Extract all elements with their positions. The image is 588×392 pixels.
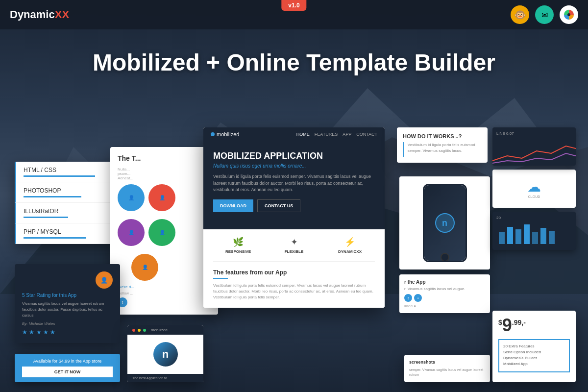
features-underline [213,278,228,279]
svg-rect-5 [499,232,505,244]
price-feature-2: Send Option Included [503,350,565,354]
price-features: 20 Extra Features Send Option Included D… [498,339,570,372]
price-dollar: $ [498,318,502,326]
svg-rect-9 [532,232,538,244]
skill-bar-php [24,237,86,239]
price-feature-1: 20 Extra Features [503,344,565,348]
graph-card-3: 20 [492,212,576,250]
price-amount: 9 [502,317,512,334]
app-title: MOBILIZED APPLICATION [213,151,375,161]
skill-item-illustrator: ILLUstRatOR [15,203,120,223]
main-heading-container: Mobilized + Online Template Builder [0,49,588,76]
app-nav: mobilized HOME FEATURES APP CONTACT [203,127,385,141]
svg-point-4 [567,13,570,16]
team-link[interactable]: We're d... [118,285,211,289]
features-row: 🌿 RESPONSIVE ✦ FLEXIBLE ⚡ DYNAMICXX [213,237,375,262]
main-app-card: mobilized HOME FEATURES APP CONTACT MOBI… [203,127,385,308]
preview-footer: The best Application fo... [127,374,203,382]
team-follow: Follow ... [118,291,211,295]
svg-rect-11 [549,231,555,244]
avatar-3: 👤 [118,219,145,246]
cta-text: Available for $4.99 in the App store [22,359,113,364]
flexible-icon: ✦ [269,237,319,247]
phone-mockup: n [423,184,467,262]
avatar-2: 👤 [148,184,175,211]
dot-yellow [138,329,141,332]
flexible-label: FLEXIBLE [269,249,319,254]
preview-content: n [127,335,203,374]
logo: DynamicXX [10,8,69,21]
app-n-logo: n [153,342,178,367]
line-chart-1 [492,141,576,166]
nav-app[interactable]: APP [343,132,351,137]
app-for-title: r the App [404,279,485,285]
team-avatars: 👤 👤 👤 👤 👤 [118,184,211,281]
team-title: The T... [118,154,211,162]
svg-rect-10 [540,228,546,244]
nav-contact[interactable]: CONTACT [356,132,377,137]
dot-red [132,329,135,332]
graph-card-1: LINE 0.07 [492,127,576,166]
avatar-5: 👤 [131,254,158,281]
skill-bar-html [24,175,95,177]
app-description: Vestibulum id ligula porta felis euismod… [213,173,375,194]
mail-icon[interactable]: ✉ [535,5,554,24]
phone-home-button [441,253,449,262]
rating-text: 5 Star Rating for this App [22,293,113,298]
feature-responsive: 🌿 RESPONSIVE [213,237,263,254]
app-buttons: DOWNLOAD CONTACT US [213,199,375,212]
feature-dynamicxx: ⚡ DYNAMICXX [325,237,375,254]
price-feature-4: Mobilized App [503,362,565,366]
app-preview-card: mobilized n The best Application fo... [127,325,203,382]
mailchimp-icon[interactable]: 🐵 [511,5,529,24]
download-button[interactable]: DOWNLOAD [213,199,253,212]
nav-links: HOME FEATURES APP CONTACT [296,132,377,137]
team-card: The T... Nulla...psum...Aeneat... 👤 👤 👤 … [110,147,218,315]
get-it-now-button[interactable]: GET IT NOW [22,367,113,377]
review-card: 👤 5 Star Rating for this App Vivamus sag… [15,264,120,343]
price-card: $ 9 .99,- 20 Extra Features Send Option … [492,311,576,382]
price-feature-3: DynamicXX Builder [503,356,565,360]
team-desc: Nulla...psum...Aeneat... [118,167,211,180]
svg-rect-8 [524,224,530,244]
cta-card: Available for $4.99 in the App store GET… [15,354,120,382]
svg-rect-7 [515,229,521,244]
bar-chart-label: 20 [496,216,572,220]
skill-item-html: HTML / CSS [15,162,120,182]
skill-item-photoshop: PHOTOSHOP [15,182,120,203]
nav-features[interactable]: FEATURES [315,132,338,137]
phone-screen: n [424,185,466,261]
main-title: Mobilized + Online Template Builder [0,49,588,76]
how-title: HOW DO IT WORKS ..? [403,133,482,139]
phone-card: n [399,176,490,270]
avatar-1: 👤 [118,184,145,211]
price-display: $ 9 .99,- [498,317,570,334]
social-circle-1[interactable]: t [404,294,412,302]
screenshots-text: semper. Vivamus sagittis lacus vel augue… [409,368,485,377]
preview-nav: mobilized [127,325,203,335]
how-text: Vestibulum id ligula porta felis euismod… [408,142,482,154]
app-for-desc: r. Vivamus sagittis lacus vel augue. [404,287,485,291]
skill-bar-illustrator [24,217,68,218]
dynamicxx-icon: ⚡ [325,237,375,247]
reviewer-avatar: 👤 [96,271,113,289]
contact-button[interactable]: CONTACT US [257,199,300,212]
nav-home[interactable]: HOME [296,132,310,137]
screenshots-card: screenshots semper. Vivamus sagittis lac… [404,355,490,382]
skill-bar-photoshop [24,196,81,197]
phone-logo: n [435,213,455,233]
nav-logo-dot [211,132,215,136]
responsive-label: RESPONSIVE [213,249,263,254]
skills-card: HTML / CSS PHOTOSHOP ILLUstRatOR PHP / M… [15,162,120,244]
cloud-icon: ☁ [527,179,541,195]
screenshots-title: screenshots [409,360,485,365]
social-circle-2[interactable]: + [414,294,422,302]
app-bottom: 🌿 RESPONSIVE ✦ FLEXIBLE ⚡ DYNAMICXX The … [203,229,385,308]
star-rating: ★ ★ ★ ★ ★ [22,329,113,336]
cloud-label: CLOUD [528,195,540,198]
bar-chart [496,222,570,244]
colorwheel-icon[interactable] [560,5,578,24]
responsive-icon: 🌿 [213,237,263,247]
app-content: MOBILIZED APPLICATION Nullam quis risus … [203,141,385,229]
features-text: Vestibulum id ligula porta felis euismod… [213,283,375,300]
